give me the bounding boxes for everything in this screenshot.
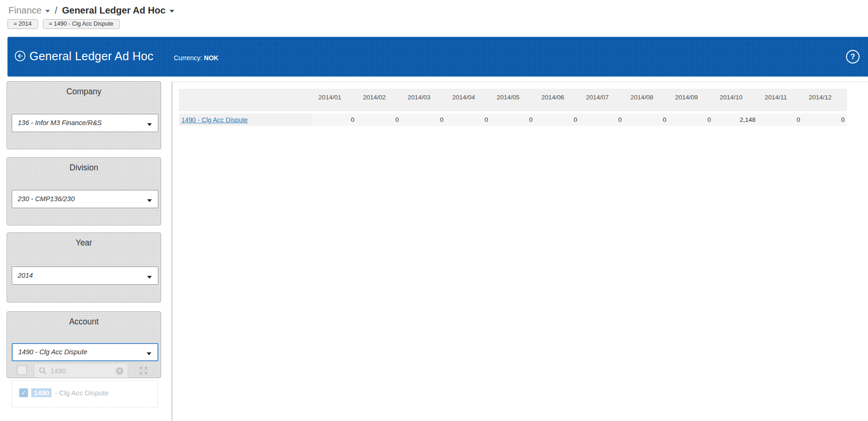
content-top-divider: [172, 82, 868, 82]
chevron-down-icon: [147, 123, 152, 126]
filter-panel-account: Account 1490 - Clg Acc Dispute 1490 ✕: [7, 311, 161, 378]
chevron-down-icon: [147, 199, 152, 202]
grid-column-header[interactable]: 2014/07: [580, 89, 624, 111]
panel-title: Company: [7, 87, 161, 97]
grid-value-cell: 0: [624, 113, 669, 126]
grid-column-header[interactable]: 2014/02: [356, 89, 401, 111]
grid-column-header[interactable]: 2014/12: [803, 89, 847, 111]
grid-column-header[interactable]: 2014/01: [312, 89, 356, 111]
filter-chip-bar: = 2014= 1490 - Clg Acc Dispute: [7, 19, 120, 29]
breadcrumb: Finance / General Ledger Ad Hoc: [8, 5, 174, 16]
breadcrumb-page-label: General Ledger Ad Hoc: [62, 5, 166, 16]
filter-chip[interactable]: = 2014: [7, 19, 38, 29]
grid-column-header[interactable]: 2014/06: [535, 89, 579, 111]
search-query-text: 1490: [50, 367, 116, 375]
question-mark-icon: ?: [851, 53, 855, 61]
account-option-code-highlight: 1490: [31, 388, 51, 397]
grid-row-label-cell: 1490 - Clg Acc Dispute: [179, 113, 312, 126]
panel-title: Year: [7, 238, 161, 248]
account-selected-value: 1490 - Clg Acc Dispute: [18, 348, 87, 356]
grid-value-cell: 0: [356, 113, 401, 126]
account-search-row: 1490 ✕: [7, 363, 162, 380]
grid-column-header[interactable]: 2014/03: [401, 89, 446, 111]
grid-header-label-spacer: [179, 89, 312, 111]
account-row-link[interactable]: 1490 - Clg Acc Dispute: [181, 116, 248, 124]
expand-icon[interactable]: [138, 365, 149, 376]
division-selected-value: 230 - CMP136/230: [18, 195, 75, 203]
year-selected-value: 2014: [18, 272, 33, 279]
ledger-grid: 2014/012014/022014/032014/042014/052014/…: [179, 89, 847, 126]
company-selected-value: 136 - Infor M3 Finance/R&S: [18, 119, 102, 126]
grid-column-header[interactable]: 2014/10: [713, 89, 758, 111]
account-dropdown-list: ✓ 1490 - Clg Acc Dispute: [12, 380, 158, 407]
grid-value-cell: 2,148: [713, 113, 758, 126]
chevron-down-icon: [45, 10, 50, 13]
grid-value-cell: 0: [401, 113, 446, 126]
grid-column-header[interactable]: 2014/09: [669, 89, 713, 111]
company-select[interactable]: 136 - Infor M3 Finance/R&S: [12, 114, 158, 132]
grid-value-cell: 0: [803, 113, 847, 126]
grid-value-cell: 0: [312, 113, 356, 126]
filter-chip[interactable]: = 1490 - Clg Acc Dispute: [43, 19, 120, 29]
chevron-down-icon: [147, 352, 151, 355]
help-button[interactable]: ?: [846, 50, 860, 63]
breadcrumb-page[interactable]: General Ledger Ad Hoc: [62, 5, 175, 16]
chevron-down-icon: [170, 10, 174, 13]
sidebar-content-divider: [171, 82, 172, 421]
currency-value: NOK: [204, 54, 219, 62]
select-all-checkbox[interactable]: [17, 365, 27, 375]
grid-data-row: 1490 - Clg Acc Dispute 0000000002,14800: [179, 113, 847, 126]
grid-value-cell: 0: [491, 113, 535, 126]
grid-value-cell: 0: [580, 113, 624, 126]
filter-panel-division: Division 230 - CMP136/230: [7, 157, 161, 225]
page-banner: General Ledger Ad Hoc Currency: NOK ?: [7, 37, 868, 77]
division-select[interactable]: 230 - CMP136/230: [12, 190, 158, 208]
page-title: General Ledger Ad Hoc: [29, 49, 153, 63]
panel-title: Division: [7, 163, 161, 173]
filter-panel-year: Year 2014: [7, 232, 161, 302]
account-option-row[interactable]: ✓ 1490 - Clg Acc Dispute: [19, 388, 108, 397]
account-search-input[interactable]: 1490 ✕: [34, 363, 128, 379]
breadcrumb-section[interactable]: Finance: [8, 5, 50, 16]
grid-column-header[interactable]: 2014/05: [491, 89, 535, 111]
currency-indicator: Currency: NOK: [174, 54, 219, 62]
year-select[interactable]: 2014: [12, 267, 158, 285]
grid-header-row: 2014/012014/022014/032014/042014/052014/…: [179, 89, 847, 111]
filter-panel-company: Company 136 - Infor M3 Finance/R&S: [7, 81, 161, 149]
breadcrumb-section-label: Finance: [8, 5, 42, 16]
grid-value-cell: 0: [758, 113, 802, 126]
grid-column-header[interactable]: 2014/08: [624, 89, 669, 111]
grid-column-header[interactable]: 2014/11: [758, 89, 802, 111]
panel-title: Account: [7, 317, 161, 327]
grid-value-cell: 0: [535, 113, 579, 126]
search-icon: [39, 367, 47, 375]
back-button[interactable]: [14, 50, 26, 62]
breadcrumb-separator: /: [55, 5, 57, 16]
checked-checkbox-icon: ✓: [19, 388, 28, 397]
currency-label: Currency:: [174, 54, 202, 62]
chevron-down-icon: [147, 276, 152, 279]
grid-value-cell: 0: [669, 113, 713, 126]
account-option-label: - Clg Acc Dispute: [55, 389, 108, 397]
grid-value-cell: 0: [446, 113, 490, 126]
clear-search-icon[interactable]: ✕: [116, 367, 123, 375]
account-select[interactable]: 1490 - Clg Acc Dispute: [12, 343, 158, 361]
grid-column-header[interactable]: 2014/04: [446, 89, 490, 111]
